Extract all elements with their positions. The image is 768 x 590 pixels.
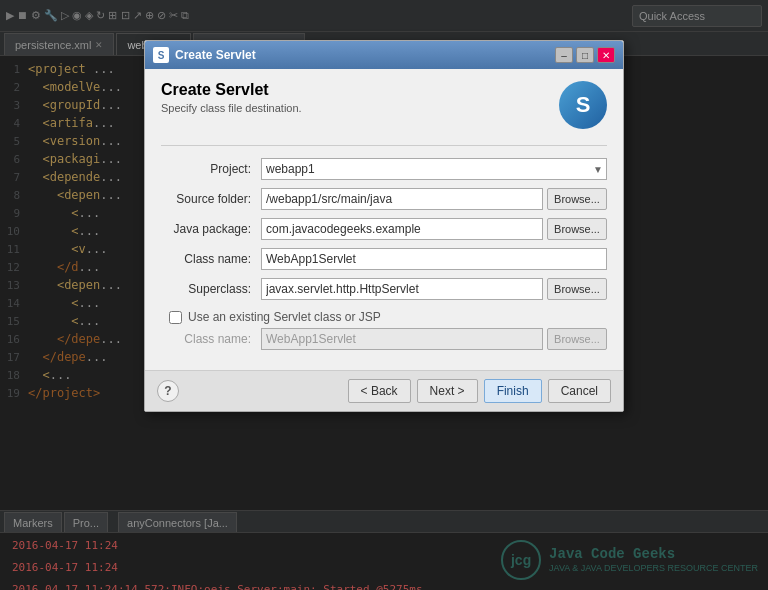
java-package-browse-button[interactable]: Browse... <box>547 218 607 240</box>
superclass-browse-button[interactable]: Browse... <box>547 278 607 300</box>
back-button[interactable]: < Back <box>348 379 411 403</box>
dialog-maximize-button[interactable]: □ <box>576 47 594 63</box>
dialog-title-icon: S <box>153 47 169 63</box>
dialog-minimize-button[interactable]: – <box>555 47 573 63</box>
project-row: Project: webapp1 ▼ <box>161 158 607 180</box>
project-label: Project: <box>161 162 261 176</box>
dialog-subtitle: Specify class file destination. <box>161 102 549 114</box>
disabled-browse-button: Browse... <box>547 328 607 350</box>
existing-servlet-label: Use an existing Servlet class or JSP <box>188 310 381 324</box>
help-button[interactable]: ? <box>157 380 179 402</box>
superclass-label: Superclass: <box>161 282 261 296</box>
dialog-body: Create Servlet Specify class file destin… <box>145 69 623 370</box>
dialog-separator <box>161 145 607 146</box>
disabled-class-name-label: Class name: <box>161 332 261 346</box>
class-name-label: Class name: <box>161 252 261 266</box>
source-folder-browse-button[interactable]: Browse... <box>547 188 607 210</box>
create-servlet-dialog: S Create Servlet – □ ✕ Create Servlet Sp… <box>144 40 624 412</box>
existing-servlet-row: Use an existing Servlet class or JSP <box>161 310 607 324</box>
disabled-class-name-input <box>261 328 543 350</box>
finish-button[interactable]: Finish <box>484 379 542 403</box>
project-select-wrapper: webapp1 ▼ <box>261 158 607 180</box>
cancel-button[interactable]: Cancel <box>548 379 611 403</box>
dialog-header: Create Servlet Specify class file destin… <box>161 81 607 129</box>
dialog-close-button[interactable]: ✕ <box>597 47 615 63</box>
java-package-input[interactable] <box>261 218 543 240</box>
java-package-row: Java package: Browse... <box>161 218 607 240</box>
disabled-class-name-row: Class name: Browse... <box>161 328 607 350</box>
superclass-input[interactable] <box>261 278 543 300</box>
java-package-label: Java package: <box>161 222 261 236</box>
dialog-header-content: Create Servlet Specify class file destin… <box>161 81 549 114</box>
dialog-main-title: Create Servlet <box>161 81 549 99</box>
superclass-row: Superclass: Browse... <box>161 278 607 300</box>
dialog-wizard-icon: S <box>559 81 607 129</box>
dialog-footer: ? < Back Next > Finish Cancel <box>145 370 623 411</box>
dialog-overlay: S Create Servlet – □ ✕ Create Servlet Sp… <box>0 0 768 590</box>
source-folder-input[interactable] <box>261 188 543 210</box>
source-folder-label: Source folder: <box>161 192 261 206</box>
dialog-title-text: Create Servlet <box>175 48 555 62</box>
class-name-row: Class name: <box>161 248 607 270</box>
dialog-title-buttons: – □ ✕ <box>555 47 615 63</box>
class-name-input[interactable] <box>261 248 607 270</box>
source-folder-row: Source folder: Browse... <box>161 188 607 210</box>
project-select[interactable]: webapp1 <box>261 158 607 180</box>
dialog-titlebar: S Create Servlet – □ ✕ <box>145 41 623 69</box>
existing-servlet-checkbox[interactable] <box>169 311 182 324</box>
next-button[interactable]: Next > <box>417 379 478 403</box>
